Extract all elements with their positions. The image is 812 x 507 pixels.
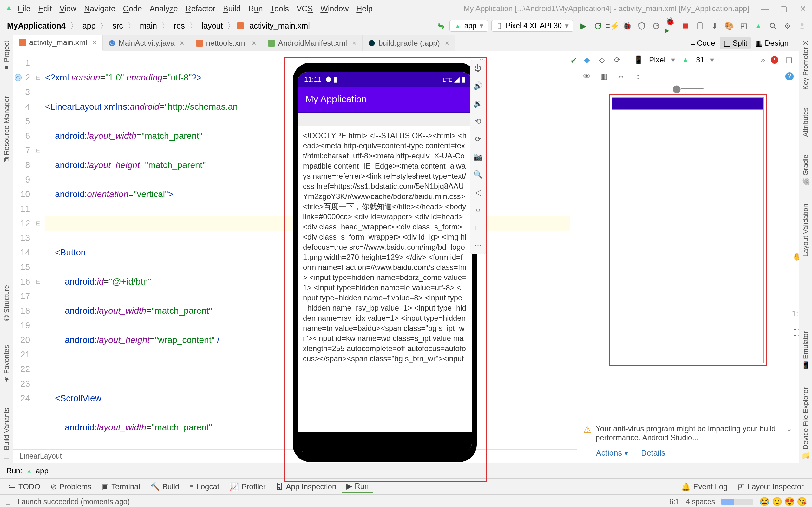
avatar-icon[interactable] xyxy=(797,20,808,32)
tab-manifest[interactable]: AndroidManifest.xml× xyxy=(262,35,362,51)
crumb-file[interactable]: activity_main.xml xyxy=(247,20,312,32)
device-selector-text[interactable]: Pixel xyxy=(649,55,665,64)
design-surface[interactable] xyxy=(609,94,767,366)
close-icon[interactable]: × xyxy=(445,39,450,48)
emu-volume-up-icon[interactable]: 🔊 xyxy=(473,80,484,91)
tab-build[interactable]: 🔨 Build xyxy=(146,481,184,493)
arrows-v-icon[interactable]: ↕ xyxy=(633,72,643,81)
caret-position[interactable]: 6:1 xyxy=(669,498,679,506)
menu-help[interactable]: Help xyxy=(353,3,375,14)
emu-back-icon[interactable]: ◁ xyxy=(473,187,484,198)
details-link[interactable]: Details xyxy=(641,448,665,458)
device-selector[interactable]: Pixel 4 XL API 30▾ xyxy=(491,20,573,32)
menu-vcs[interactable]: VCS xyxy=(293,3,316,14)
surface-icon[interactable]: ◆ xyxy=(582,55,592,65)
tab-build-gradle[interactable]: build.gradle (:app)× xyxy=(362,35,455,51)
tab-activity-main[interactable]: activity_main.xml× xyxy=(13,35,103,51)
emu-overview-icon[interactable]: □ xyxy=(473,222,484,233)
search-icon[interactable] xyxy=(768,20,778,32)
event-log-button[interactable]: 🔔 Event Log xyxy=(676,481,732,493)
api-icon[interactable]: ▲ xyxy=(681,55,690,65)
resource-icon[interactable]: 🎨 xyxy=(724,20,734,32)
grid-icon[interactable]: ▥ xyxy=(599,72,609,81)
menu-edit[interactable]: Edit xyxy=(35,3,55,14)
close-icon[interactable]: × xyxy=(352,39,357,48)
view-split-button[interactable]: ◫ Split xyxy=(720,37,751,49)
memory-indicator[interactable] xyxy=(721,499,753,505)
close-icon[interactable]: ✕ xyxy=(798,4,808,13)
emu-volume-down-icon[interactable]: 🔉 xyxy=(473,98,484,109)
fullscreen-icon[interactable]: ⛶ xyxy=(792,328,799,337)
zoom-out-icon[interactable]: － xyxy=(792,290,799,299)
sync-icon[interactable] xyxy=(436,20,446,32)
rerun-icon[interactable] xyxy=(593,20,603,32)
close-icon[interactable]: × xyxy=(180,39,184,48)
menu-view[interactable]: View xyxy=(56,3,80,14)
menu-run[interactable]: Run xyxy=(245,3,266,14)
app-quality-icon[interactable] xyxy=(753,20,764,32)
menu-analyze[interactable]: Analyze xyxy=(147,3,181,14)
minimize-icon[interactable]: — xyxy=(760,4,769,13)
eye-icon[interactable]: 👁 xyxy=(582,72,592,81)
help-icon[interactable]: ? xyxy=(785,72,794,80)
tool-resource-manager[interactable]: ⧉ Resource Manager xyxy=(3,94,11,165)
indent-info[interactable]: 4 spaces xyxy=(686,498,715,506)
arrows-h-icon[interactable]: ↔ xyxy=(616,72,626,81)
layers-icon[interactable]: ▤ xyxy=(784,55,794,65)
run-tool-window-header[interactable]: Run: app xyxy=(0,463,812,478)
menu-tools[interactable]: Tools xyxy=(267,3,292,14)
menu-build[interactable]: Build xyxy=(220,3,244,14)
zoom-fit-icon[interactable]: 1:1 xyxy=(792,309,799,319)
profile-icon[interactable] xyxy=(651,20,662,32)
menu-window[interactable]: Window xyxy=(317,3,352,14)
orientation-icon[interactable]: ⟳ xyxy=(612,55,622,65)
fold-column[interactable]: ⊟⊟⊟⊟ xyxy=(34,51,42,449)
view-design-button[interactable]: ▦ Design xyxy=(752,37,792,49)
tab-app-inspection[interactable]: 🗄 App Inspection xyxy=(271,481,341,493)
attach-debugger-icon[interactable]: 🐞▸ xyxy=(665,20,676,32)
menu-navigate[interactable]: Navigate xyxy=(81,3,119,14)
structure-breadcrumb[interactable]: LinearLayout xyxy=(13,449,577,463)
tool-structure[interactable]: ⌬ Structure xyxy=(3,282,11,324)
layout-inspector-button[interactable]: ◰ Layout Inspector xyxy=(733,481,808,493)
tool-project[interactable]: ■ Project xyxy=(3,38,11,74)
overflow-icon[interactable]: » xyxy=(761,55,765,64)
menu-code[interactable]: Code xyxy=(120,3,145,14)
emu-power-icon[interactable]: ⏻ xyxy=(473,63,484,73)
apply-changes-icon[interactable]: ≡⚡ xyxy=(607,20,618,32)
tool-key-promoter[interactable]: Key Promoter X xyxy=(802,38,810,92)
tab-problems[interactable]: ⊘ Problems xyxy=(46,481,96,493)
emu-zoom-icon[interactable]: 🔍 xyxy=(473,169,484,180)
error-badge-icon[interactable]: ! xyxy=(771,56,778,64)
stop-icon[interactable] xyxy=(680,20,691,32)
tab-profiler[interactable]: 📈 Profiler xyxy=(225,481,270,493)
close-icon[interactable]: × xyxy=(92,38,97,47)
tool-emulator[interactable]: 📱 Emulator xyxy=(802,329,810,372)
menu-refactor[interactable]: Refactor xyxy=(183,3,219,14)
tool-attributes[interactable]: Attributes xyxy=(802,105,810,139)
avd-icon[interactable] xyxy=(695,20,705,32)
tool-layout-validation[interactable]: Layout Validation xyxy=(802,201,810,259)
menu-file[interactable]: File xyxy=(14,3,34,14)
tool-favorites[interactable]: ★ Favorites xyxy=(3,343,11,386)
crumb-project[interactable]: MyApplication4 xyxy=(4,20,68,32)
breadcrumb[interactable]: MyApplication4 〉app 〉src 〉main 〉res 〉lay… xyxy=(4,20,312,32)
tab-logcat[interactable]: ≡ Logcat xyxy=(185,481,223,493)
close-icon[interactable]: × xyxy=(252,39,256,48)
tab-run[interactable]: ▶ Run xyxy=(342,481,373,493)
layout-inspector-icon[interactable]: ◰ xyxy=(739,20,749,32)
settings-icon[interactable]: ⚙ xyxy=(782,20,793,32)
error-stripe[interactable]: ✔ xyxy=(570,51,577,449)
coverage-icon[interactable] xyxy=(636,20,647,32)
code-editor[interactable]: <?xml version="1.0" encoding="utf-8"?> <… xyxy=(42,51,577,449)
maximize-icon[interactable]: ▢ xyxy=(779,4,789,13)
tab-todo[interactable]: ≔ TODO xyxy=(4,481,45,493)
emu-screenshot-icon[interactable]: 📷 xyxy=(473,152,484,162)
sdk-icon[interactable]: ⬇ xyxy=(709,20,720,32)
device-type-icon[interactable]: 📱 xyxy=(634,55,643,65)
chevron-down-icon[interactable]: ⌄ xyxy=(786,424,792,433)
emu-rotate-right-icon[interactable]: ⟳ xyxy=(473,134,484,145)
status-square-icon[interactable]: ◻ xyxy=(5,498,11,506)
tool-device-file-explorer[interactable]: 📁 Device File Explorer xyxy=(802,385,810,463)
tool-gradle[interactable]: 🐘 Gradle xyxy=(802,152,810,188)
